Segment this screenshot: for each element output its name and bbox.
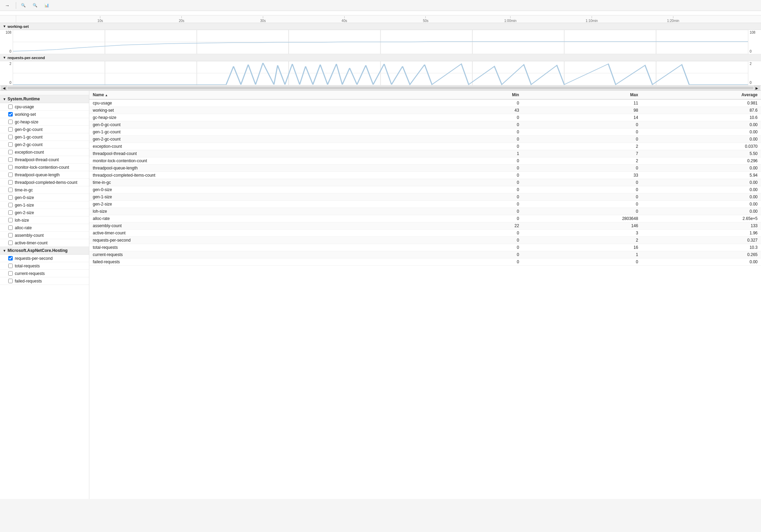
col-avg[interactable]: Average bbox=[641, 91, 761, 99]
rps-chart-header[interactable]: ▼ requests-per-second bbox=[0, 54, 761, 61]
counter-checkbox-time-in-gc[interactable] bbox=[8, 188, 13, 192]
table-row[interactable]: gen-2-size 0 0 0.00 bbox=[89, 201, 761, 208]
table-row[interactable]: time-in-gc 0 0 0.00 bbox=[89, 179, 761, 186]
counter-checkbox-threadpool-completed-items-count[interactable] bbox=[8, 180, 13, 185]
counter-checkbox-gen-0-gc-count[interactable] bbox=[8, 127, 13, 132]
counter-checkbox-cpu-usage[interactable] bbox=[8, 104, 13, 109]
counter-checkbox-assembly-count[interactable] bbox=[8, 233, 13, 237]
counter-checkbox-monitor-lock-contention-count[interactable] bbox=[8, 165, 13, 169]
counter-label-gen-2-gc-count[interactable]: gen-2-gc-count bbox=[15, 142, 43, 147]
zoom-in-button[interactable]: 🔍 bbox=[19, 2, 29, 8]
counter-label-threadpool-completed-items-count[interactable]: threadpool-completed-items-count bbox=[15, 180, 77, 185]
group-header-aspnetcore[interactable]: ▼ Microsoft.AspNetCore.Hosting bbox=[0, 247, 89, 255]
group-header-system-runtime[interactable]: ▼ System.Runtime bbox=[0, 95, 89, 103]
counter-label-monitor-lock-contention-count[interactable]: monitor-lock-contention-count bbox=[15, 165, 69, 170]
counter-checkbox-aspnet-requests-per-second[interactable] bbox=[8, 256, 13, 261]
counter-checkbox-gc-heap-size[interactable] bbox=[8, 120, 13, 124]
counter-checkbox-threadpool-thread-count[interactable] bbox=[8, 157, 13, 162]
counter-label-active-timer-count[interactable]: active-timer-count bbox=[15, 241, 47, 245]
counter-checkbox-aspnet-current-requests[interactable] bbox=[8, 271, 13, 276]
counter-checkbox-gen-1-gc-count[interactable] bbox=[8, 135, 13, 139]
counters-header bbox=[0, 91, 89, 95]
counter-label-threadpool-thread-count[interactable]: threadpool-thread-count bbox=[15, 157, 59, 162]
cell-name: assembly-count bbox=[89, 222, 450, 230]
table-row[interactable]: gen-2-gc-count 0 0 0.00 bbox=[89, 136, 761, 143]
counter-checkbox-aspnet-total-requests[interactable] bbox=[8, 264, 13, 268]
timeline-scrollbar[interactable]: ◀ ▶ bbox=[0, 86, 761, 90]
table-row[interactable]: assembly-count 22 146 133 bbox=[89, 222, 761, 230]
table-row[interactable]: threadpool-completed-items-count 0 33 5.… bbox=[89, 172, 761, 179]
cell-avg: 0.265 bbox=[641, 251, 761, 258]
table-row[interactable]: cpu-usage 0 11 0.981 bbox=[89, 99, 761, 107]
counter-label-aspnet-requests-per-second[interactable]: requests-per-second bbox=[15, 256, 53, 261]
counter-checkbox-gen-2-size[interactable] bbox=[8, 210, 13, 215]
counter-label-cpu-usage[interactable]: cpu-usage bbox=[15, 104, 34, 109]
table-row[interactable]: alloc-rate 0 2803648 2.65e+5 bbox=[89, 215, 761, 222]
counter-label-working-set[interactable]: working-set bbox=[15, 112, 36, 117]
counter-label-exception-count[interactable]: exception-count bbox=[15, 150, 44, 155]
table-row[interactable]: gen-0-gc-count 0 0 0.00 bbox=[89, 121, 761, 129]
col-name[interactable]: Name bbox=[89, 91, 450, 99]
reset-zoom-button[interactable]: 🔍 bbox=[31, 2, 41, 8]
counter-checkbox-working-set[interactable] bbox=[8, 112, 13, 117]
counter-checkbox-aspnet-failed-requests[interactable] bbox=[8, 279, 13, 283]
cell-max: 33 bbox=[523, 172, 642, 179]
counter-label-gen-1-size[interactable]: gen-1-size bbox=[15, 203, 34, 208]
table-row[interactable]: gen-1-size 0 0 0.00 bbox=[89, 193, 761, 201]
counter-label-aspnet-total-requests[interactable]: total-requests bbox=[15, 264, 40, 268]
table-row[interactable]: requests-per-second 0 2 0.327 bbox=[89, 237, 761, 244]
counter-checkbox-active-timer-count[interactable] bbox=[8, 241, 13, 245]
counter-label-gc-heap-size[interactable]: gc-heap-size bbox=[15, 120, 38, 124]
counter-label-gen-2-size[interactable]: gen-2-size bbox=[15, 210, 34, 215]
rps-y-axis-right: 2 0 bbox=[748, 61, 761, 85]
table-row[interactable]: gen-0-size 0 0 0.00 bbox=[89, 186, 761, 193]
output-button[interactable]: → bbox=[3, 2, 13, 9]
col-max[interactable]: Max bbox=[523, 91, 642, 99]
clear-selection-button[interactable]: 📊 bbox=[42, 2, 53, 8]
system-runtime-triangle: ▼ bbox=[3, 97, 6, 101]
counter-item-threadpool-thread-count: threadpool-thread-count bbox=[0, 156, 89, 164]
cell-avg: 0.00 bbox=[641, 179, 761, 186]
scroll-left-button[interactable]: ◀ bbox=[1, 86, 7, 90]
counter-checkbox-loh-size[interactable] bbox=[8, 218, 13, 222]
table-row[interactable]: active-timer-count 0 3 1.96 bbox=[89, 230, 761, 237]
cell-avg: 5.94 bbox=[641, 172, 761, 179]
scroll-right-button[interactable]: ▶ bbox=[754, 86, 760, 90]
counter-checkbox-exception-count[interactable] bbox=[8, 150, 13, 154]
table-row[interactable]: threadpool-queue-length 0 0 0.00 bbox=[89, 165, 761, 172]
counter-checkbox-gen-0-size[interactable] bbox=[8, 195, 13, 200]
table-row[interactable]: gc-heap-size 0 14 10.6 bbox=[89, 114, 761, 121]
working-set-chart-header[interactable]: ▼ working-set bbox=[0, 23, 761, 30]
counters-panel: ▼ System.Runtime cpu-usageworking-setgc-… bbox=[0, 91, 89, 499]
counter-label-gen-0-size[interactable]: gen-0-size bbox=[15, 195, 34, 200]
table-row[interactable]: current-requests 0 1 0.265 bbox=[89, 251, 761, 258]
col-min[interactable]: Min bbox=[450, 91, 523, 99]
counter-checkbox-alloc-rate[interactable] bbox=[8, 225, 13, 230]
counter-label-loh-size[interactable]: loh-size bbox=[15, 218, 29, 223]
counter-label-gen-1-gc-count[interactable]: gen-1-gc-count bbox=[15, 135, 43, 140]
counter-label-aspnet-failed-requests[interactable]: failed-requests bbox=[15, 279, 42, 284]
counter-item-gen-2-gc-count: gen-2-gc-count bbox=[0, 141, 89, 148]
counter-checkbox-gen-1-size[interactable] bbox=[8, 203, 13, 207]
table-row[interactable]: gen-1-gc-count 0 0 0.00 bbox=[89, 129, 761, 136]
table-row[interactable]: threadpool-thread-count 1 7 5.50 bbox=[89, 150, 761, 157]
table-row[interactable]: monitor-lock-contention-count 0 2 0.296 bbox=[89, 157, 761, 165]
table-row[interactable]: exception-count 0 2 0.0370 bbox=[89, 143, 761, 150]
counter-label-threadpool-queue-length[interactable]: threadpool-queue-length bbox=[15, 173, 60, 177]
counter-label-gen-0-gc-count[interactable]: gen-0-gc-count bbox=[15, 127, 43, 132]
counter-item-aspnet-total-requests: total-requests bbox=[0, 262, 89, 270]
table-row[interactable]: loh-size 0 0 0.00 bbox=[89, 208, 761, 215]
counter-label-assembly-count[interactable]: assembly-count bbox=[15, 233, 44, 238]
scroll-track[interactable] bbox=[8, 87, 753, 89]
cell-max: 98 bbox=[523, 107, 642, 114]
counter-checkbox-threadpool-queue-length[interactable] bbox=[8, 173, 13, 177]
table-row[interactable]: total-requests 0 16 10.3 bbox=[89, 244, 761, 251]
cell-avg: 0.00 bbox=[641, 258, 761, 266]
table-row[interactable]: working-set 43 98 87.6 bbox=[89, 107, 761, 114]
counter-checkbox-gen-2-gc-count[interactable] bbox=[8, 142, 13, 147]
counter-item-time-in-gc: time-in-gc bbox=[0, 186, 89, 194]
counter-label-alloc-rate[interactable]: alloc-rate bbox=[15, 225, 32, 230]
table-row[interactable]: failed-requests 0 0 0.00 bbox=[89, 258, 761, 266]
counter-label-aspnet-current-requests[interactable]: current-requests bbox=[15, 271, 45, 276]
counter-label-time-in-gc[interactable]: time-in-gc bbox=[15, 188, 33, 192]
